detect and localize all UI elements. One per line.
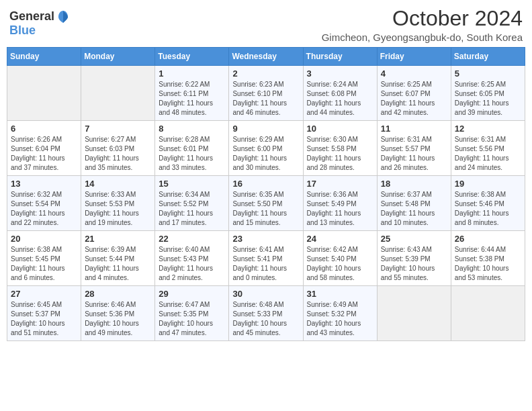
calendar-cell: 13Sunrise: 6:32 AM Sunset: 5:54 PM Dayli… — [7, 176, 81, 231]
calendar-cell: 23Sunrise: 6:41 AM Sunset: 5:41 PM Dayli… — [229, 231, 303, 286]
day-info: Sunrise: 6:47 AM Sunset: 5:35 PM Dayligh… — [159, 301, 213, 336]
title-area: October 2024 Gimcheon, Gyeongsangbuk-do,… — [322, 7, 523, 43]
calendar-cell: 2Sunrise: 6:23 AM Sunset: 6:10 PM Daylig… — [229, 66, 303, 121]
calendar-cell: 14Sunrise: 6:33 AM Sunset: 5:53 PM Dayli… — [81, 176, 155, 231]
calendar-cell: 8Sunrise: 6:28 AM Sunset: 6:01 PM Daylig… — [155, 121, 229, 176]
day-number: 27 — [11, 289, 78, 299]
day-info: Sunrise: 6:27 AM Sunset: 6:03 PM Dayligh… — [85, 136, 139, 171]
day-info: Sunrise: 6:34 AM Sunset: 5:52 PM Dayligh… — [159, 191, 213, 226]
day-number: 5 — [455, 68, 522, 79]
main-title: October 2024 — [322, 7, 523, 30]
calendar-header-row: SundayMondayTuesdayWednesdayThursdayFrid… — [7, 48, 525, 66]
calendar-cell: 20Sunrise: 6:38 AM Sunset: 5:45 PM Dayli… — [7, 231, 81, 286]
calendar-cell: 4Sunrise: 6:25 AM Sunset: 6:07 PM Daylig… — [377, 66, 451, 121]
calendar-week-2: 6Sunrise: 6:26 AM Sunset: 6:04 PM Daylig… — [7, 121, 525, 176]
logo: General Blue — [9, 9, 71, 38]
day-number: 23 — [232, 234, 300, 244]
day-info: Sunrise: 6:45 AM Sunset: 5:37 PM Dayligh… — [11, 301, 65, 336]
day-number: 31 — [307, 289, 374, 299]
day-number: 14 — [85, 179, 152, 189]
day-info: Sunrise: 6:25 AM Sunset: 6:05 PM Dayligh… — [455, 81, 509, 116]
day-info: Sunrise: 6:49 AM Sunset: 5:32 PM Dayligh… — [307, 301, 361, 336]
calendar-cell: 26Sunrise: 6:44 AM Sunset: 5:38 PM Dayli… — [451, 231, 525, 286]
day-info: Sunrise: 6:41 AM Sunset: 5:41 PM Dayligh… — [232, 246, 287, 281]
day-info: Sunrise: 6:38 AM Sunset: 5:45 PM Dayligh… — [11, 246, 65, 281]
day-info: Sunrise: 6:25 AM Sunset: 6:07 PM Dayligh… — [381, 81, 435, 116]
calendar-table: SundayMondayTuesdayWednesdayThursdayFrid… — [7, 47, 525, 341]
header-saturday: Saturday — [451, 48, 525, 66]
day-info: Sunrise: 6:43 AM Sunset: 5:39 PM Dayligh… — [381, 246, 435, 281]
calendar-cell: 1Sunrise: 6:22 AM Sunset: 6:11 PM Daylig… — [155, 66, 229, 121]
day-info: Sunrise: 6:22 AM Sunset: 6:11 PM Dayligh… — [159, 81, 213, 116]
day-number: 19 — [455, 179, 522, 189]
day-number: 1 — [159, 68, 226, 79]
day-number: 26 — [455, 234, 522, 244]
day-number: 17 — [307, 179, 374, 189]
day-number: 30 — [232, 289, 300, 299]
day-info: Sunrise: 6:37 AM Sunset: 5:48 PM Dayligh… — [381, 191, 435, 226]
day-info: Sunrise: 6:48 AM Sunset: 5:33 PM Dayligh… — [232, 301, 287, 336]
day-number: 16 — [232, 179, 300, 189]
header-thursday: Thursday — [303, 48, 377, 66]
day-number: 11 — [381, 124, 448, 134]
calendar-cell: 28Sunrise: 6:46 AM Sunset: 5:36 PM Dayli… — [81, 286, 155, 341]
day-number: 25 — [381, 234, 448, 244]
calendar-cell — [377, 286, 451, 341]
calendar-week-4: 20Sunrise: 6:38 AM Sunset: 5:45 PM Dayli… — [7, 231, 525, 286]
day-info: Sunrise: 6:38 AM Sunset: 5:46 PM Dayligh… — [455, 191, 509, 226]
calendar-cell: 16Sunrise: 6:35 AM Sunset: 5:50 PM Dayli… — [229, 176, 303, 231]
calendar-cell: 19Sunrise: 6:38 AM Sunset: 5:46 PM Dayli… — [451, 176, 525, 231]
day-info: Sunrise: 6:23 AM Sunset: 6:10 PM Dayligh… — [232, 81, 287, 116]
calendar-cell: 27Sunrise: 6:45 AM Sunset: 5:37 PM Dayli… — [7, 286, 81, 341]
day-info: Sunrise: 6:42 AM Sunset: 5:40 PM Dayligh… — [307, 246, 361, 281]
calendar-cell — [451, 286, 525, 341]
day-number: 4 — [381, 68, 448, 79]
calendar-cell: 12Sunrise: 6:31 AM Sunset: 5:56 PM Dayli… — [451, 121, 525, 176]
calendar-cell: 29Sunrise: 6:47 AM Sunset: 5:35 PM Dayli… — [155, 286, 229, 341]
day-info: Sunrise: 6:30 AM Sunset: 5:58 PM Dayligh… — [307, 136, 361, 171]
header-wednesday: Wednesday — [229, 48, 303, 66]
calendar-cell: 9Sunrise: 6:29 AM Sunset: 6:00 PM Daylig… — [229, 121, 303, 176]
logo-blue: Blue — [9, 24, 36, 37]
logo-icon — [56, 9, 71, 24]
calendar-cell: 21Sunrise: 6:39 AM Sunset: 5:44 PM Dayli… — [81, 231, 155, 286]
calendar-cell: 15Sunrise: 6:34 AM Sunset: 5:52 PM Dayli… — [155, 176, 229, 231]
day-number: 22 — [159, 234, 226, 244]
header-monday: Monday — [81, 48, 155, 66]
calendar-cell: 22Sunrise: 6:40 AM Sunset: 5:43 PM Dayli… — [155, 231, 229, 286]
day-number: 8 — [159, 124, 226, 134]
day-number: 28 — [85, 289, 152, 299]
calendar-cell — [7, 66, 81, 121]
calendar-cell: 11Sunrise: 6:31 AM Sunset: 5:57 PM Dayli… — [377, 121, 451, 176]
day-number: 7 — [85, 124, 152, 134]
day-info: Sunrise: 6:29 AM Sunset: 6:00 PM Dayligh… — [232, 136, 287, 171]
calendar-cell: 5Sunrise: 6:25 AM Sunset: 6:05 PM Daylig… — [451, 66, 525, 121]
calendar-cell: 31Sunrise: 6:49 AM Sunset: 5:32 PM Dayli… — [303, 286, 377, 341]
calendar-cell: 30Sunrise: 6:48 AM Sunset: 5:33 PM Dayli… — [229, 286, 303, 341]
day-number: 2 — [232, 68, 300, 79]
calendar-cell: 7Sunrise: 6:27 AM Sunset: 6:03 PM Daylig… — [81, 121, 155, 176]
calendar-cell: 10Sunrise: 6:30 AM Sunset: 5:58 PM Dayli… — [303, 121, 377, 176]
calendar-cell: 18Sunrise: 6:37 AM Sunset: 5:48 PM Dayli… — [377, 176, 451, 231]
day-number: 15 — [159, 179, 226, 189]
day-info: Sunrise: 6:28 AM Sunset: 6:01 PM Dayligh… — [159, 136, 213, 171]
subtitle: Gimcheon, Gyeongsangbuk-do, South Korea — [322, 32, 523, 43]
calendar-week-1: 1Sunrise: 6:22 AM Sunset: 6:11 PM Daylig… — [7, 66, 525, 121]
day-number: 12 — [455, 124, 522, 134]
calendar-cell: 3Sunrise: 6:24 AM Sunset: 6:08 PM Daylig… — [303, 66, 377, 121]
day-info: Sunrise: 6:32 AM Sunset: 5:54 PM Dayligh… — [11, 191, 65, 226]
calendar-cell: 17Sunrise: 6:36 AM Sunset: 5:49 PM Dayli… — [303, 176, 377, 231]
header-sunday: Sunday — [7, 48, 81, 66]
logo-general: General — [9, 10, 54, 24]
day-number: 21 — [85, 234, 152, 244]
day-info: Sunrise: 6:24 AM Sunset: 6:08 PM Dayligh… — [307, 81, 361, 116]
calendar-cell: 25Sunrise: 6:43 AM Sunset: 5:39 PM Dayli… — [377, 231, 451, 286]
header: General Blue October 2024 Gimcheon, Gyeo… — [7, 7, 525, 43]
calendar-cell: 24Sunrise: 6:42 AM Sunset: 5:40 PM Dayli… — [303, 231, 377, 286]
header-friday: Friday — [377, 48, 451, 66]
day-info: Sunrise: 6:26 AM Sunset: 6:04 PM Dayligh… — [11, 136, 65, 171]
day-info: Sunrise: 6:36 AM Sunset: 5:49 PM Dayligh… — [307, 191, 361, 226]
day-number: 13 — [11, 179, 78, 189]
header-tuesday: Tuesday — [155, 48, 229, 66]
calendar-week-3: 13Sunrise: 6:32 AM Sunset: 5:54 PM Dayli… — [7, 176, 525, 231]
